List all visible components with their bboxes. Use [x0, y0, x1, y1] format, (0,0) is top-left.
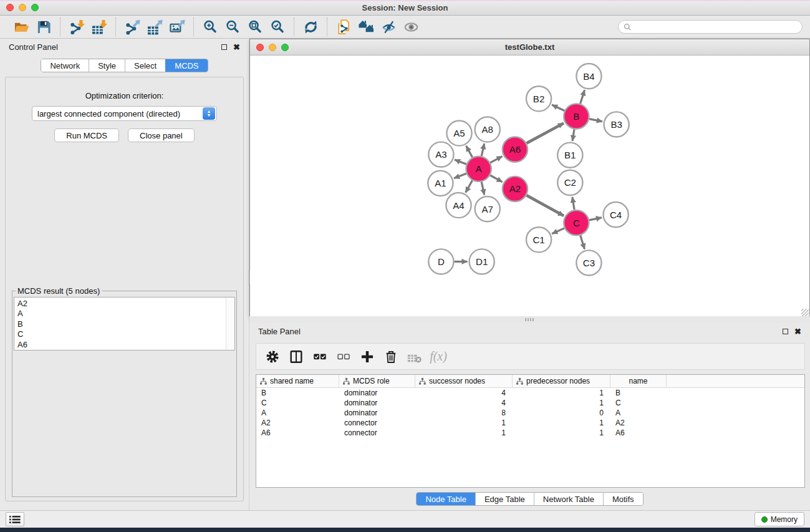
graph-edge-C-C3[interactable] — [581, 235, 585, 249]
delete-entry-icon[interactable] — [381, 346, 401, 367]
cell-shared-name[interactable]: C — [256, 399, 339, 407]
graph-node-A6[interactable]: A6 — [503, 137, 528, 162]
search-field[interactable] — [618, 20, 803, 34]
graph-node-A3[interactable]: A3 — [428, 142, 453, 167]
cell-predecessor-nodes[interactable]: 1 — [513, 428, 610, 437]
mcds-result-item[interactable]: B — [17, 319, 234, 329]
table-row[interactable]: A6connector11A6 — [256, 428, 804, 438]
cell-predecessor-nodes[interactable]: 1 — [513, 389, 610, 397]
column-header-mcds-role[interactable]: MCDS role — [339, 375, 415, 387]
graph-node-A2[interactable]: A2 — [503, 177, 528, 201]
mcds-result-list[interactable]: A2ABCA6 — [14, 297, 235, 351]
graph-edge-A-A8[interactable] — [481, 143, 484, 156]
tab-network[interactable]: Network — [41, 59, 89, 72]
cell-name[interactable]: C — [610, 399, 667, 407]
graph-node-B3[interactable]: B3 — [604, 112, 629, 137]
graph-node-D1[interactable]: D1 — [470, 249, 494, 274]
graph-node-A5[interactable]: A5 — [446, 120, 471, 145]
close-panel-icon[interactable]: ✖ — [233, 43, 240, 51]
graph-node-C1[interactable]: C1 — [526, 227, 551, 252]
column-header-predecessor-nodes[interactable]: predecessor nodes — [513, 375, 610, 387]
cell-successor-nodes[interactable]: 1 — [415, 428, 513, 437]
graph-edge-A-A4[interactable] — [466, 180, 473, 193]
graph-node-A7[interactable]: A7 — [475, 196, 500, 221]
cell-name[interactable]: B — [610, 389, 667, 397]
graph-edge-C-C2[interactable] — [572, 197, 574, 210]
graph-node-A1[interactable]: A1 — [428, 171, 453, 196]
cell-name[interactable]: A — [610, 409, 667, 417]
export-image-icon[interactable] — [166, 17, 188, 36]
export-table-icon[interactable] — [143, 17, 166, 36]
cell-shared-name[interactable]: A6 — [256, 428, 339, 437]
graph-edge-B-B3[interactable] — [589, 119, 602, 122]
import-table-icon[interactable] — [88, 17, 110, 36]
mcds-result-item[interactable]: C — [17, 329, 234, 339]
table-row[interactable]: Cdominator41C — [256, 398, 804, 408]
network-canvas[interactable]: AA1A2A3A4A5A6A7A8BB1B2B3B4CC1C2C3C4DD1 — [250, 56, 809, 317]
float-table-panel-icon[interactable] — [783, 329, 788, 334]
cell-mcds-role[interactable]: dominator — [339, 389, 415, 397]
cell-predecessor-nodes[interactable]: 0 — [513, 409, 610, 417]
add-entry-icon[interactable] — [357, 346, 377, 367]
graph-edge-A6-B[interactable] — [526, 123, 564, 143]
graph-edge-A-A3[interactable] — [455, 160, 466, 164]
table-settings-icon[interactable] — [263, 346, 282, 367]
tab-edge-table[interactable]: Edge Table — [475, 493, 534, 505]
show-graphics-details-icon[interactable] — [400, 17, 422, 36]
graph-node-A4[interactable]: A4 — [446, 193, 471, 218]
graph-node-C[interactable]: C — [564, 210, 589, 235]
close-table-panel-icon[interactable]: ✖ — [794, 327, 801, 336]
cell-successor-nodes[interactable]: 1 — [415, 418, 513, 427]
cell-name[interactable]: A6 — [610, 428, 667, 437]
graph-edge-B-B1[interactable] — [572, 129, 574, 141]
zoom-fit-icon[interactable] — [244, 17, 266, 36]
cell-mcds-role[interactable]: dominator — [339, 399, 415, 407]
cell-name[interactable]: A2 — [610, 418, 667, 427]
mcds-result-item[interactable]: A — [17, 309, 234, 319]
column-header-successor-nodes[interactable]: successor nodes — [415, 375, 513, 387]
cell-successor-nodes[interactable]: 4 — [415, 389, 513, 397]
hide-graphics-details-icon[interactable] — [377, 17, 400, 36]
graph-edge-A-A6[interactable] — [490, 157, 502, 163]
table-row[interactable]: Adominator80A — [256, 408, 804, 418]
cell-mcds-role[interactable]: dominator — [339, 409, 415, 417]
graph-node-D[interactable]: D — [428, 249, 453, 274]
cell-shared-name[interactable]: A — [256, 409, 339, 417]
graph-edge-C-C1[interactable] — [552, 228, 564, 234]
graph-node-A8[interactable]: A8 — [475, 117, 500, 142]
graph-node-B1[interactable]: B1 — [557, 143, 582, 168]
tab-style[interactable]: Style — [89, 59, 125, 72]
cell-mcds-role[interactable]: connector — [339, 428, 415, 437]
cell-successor-nodes[interactable]: 4 — [415, 399, 513, 407]
graph-node-C3[interactable]: C3 — [576, 250, 601, 275]
graph-node-C4[interactable]: C4 — [604, 202, 629, 227]
deselect-all-icon[interactable] — [334, 346, 354, 367]
network-overview-icon[interactable] — [355, 17, 377, 36]
scrollbar-track[interactable] — [226, 297, 234, 350]
table-row[interactable]: Bdominator41B — [256, 388, 804, 398]
zoom-selected-icon[interactable] — [266, 17, 289, 36]
memory-button[interactable]: Memory — [755, 512, 804, 526]
tab-select[interactable]: Select — [125, 59, 165, 72]
zoom-in-icon[interactable] — [199, 17, 221, 36]
save-session-icon[interactable] — [32, 17, 55, 36]
graph-edge-C-C4[interactable] — [589, 218, 602, 220]
graph-node-B2[interactable]: B2 — [526, 86, 551, 111]
graph-node-C2[interactable]: C2 — [557, 170, 582, 195]
graph-node-B4[interactable]: B4 — [576, 64, 601, 89]
optimization-criterion-select[interactable]: largest connected component (directed) ▲… — [32, 106, 217, 121]
window-resize-handle[interactable] — [801, 309, 809, 316]
zoom-out-icon[interactable] — [221, 17, 244, 36]
close-panel-button[interactable]: Close panel — [128, 128, 195, 142]
graph-edge-A-A5[interactable] — [466, 146, 473, 157]
refresh-icon[interactable] — [299, 17, 322, 36]
clone-network-icon[interactable] — [332, 17, 355, 36]
split-view-icon[interactable] — [286, 346, 306, 367]
network-graph[interactable]: AA1A2A3A4A5A6A7A8BB1B2B3B4CC1C2C3C4DD1 — [250, 56, 809, 317]
mcds-result-item[interactable]: A6 — [17, 340, 234, 350]
graph-edge-A-A1[interactable] — [454, 173, 466, 178]
import-network-icon[interactable] — [65, 17, 88, 36]
search-input[interactable] — [635, 22, 797, 31]
run-mcds-button[interactable]: Run MCDS — [54, 128, 119, 142]
cell-predecessor-nodes[interactable]: 1 — [513, 418, 610, 427]
